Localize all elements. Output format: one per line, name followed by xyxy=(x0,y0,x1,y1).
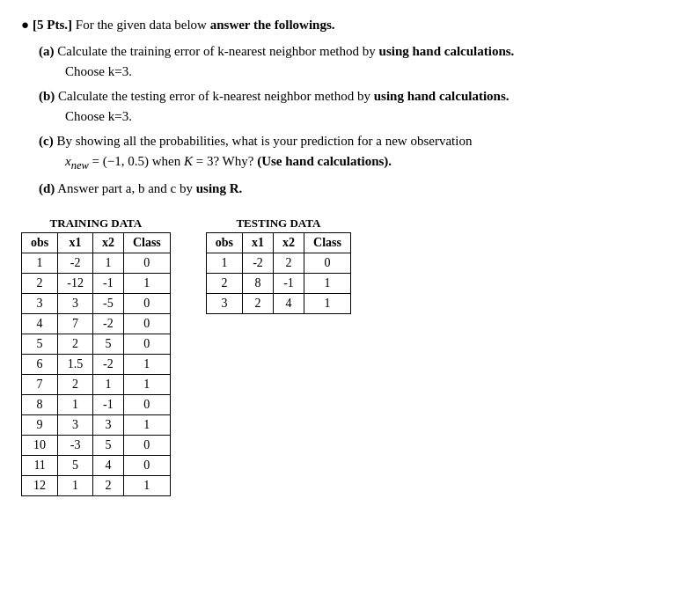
question-intro: [5 Pts.] For the given data below answer… xyxy=(33,18,334,33)
training-col-x2: x2 xyxy=(92,232,123,253)
testing-col-obs: obs xyxy=(206,232,242,253)
part-b: (b) Calculate the testing error of k-nea… xyxy=(39,86,661,126)
testing-table-wrapper: TESTING DATA obs x1 x2 Class 1-22028-113… xyxy=(206,216,351,314)
table-row: 81-10 xyxy=(22,394,171,414)
tables-row: TRAINING DATA obs x1 x2 Class 1-2102-12-… xyxy=(21,216,661,496)
part-b-label: (b) xyxy=(39,89,55,103)
table-row: 33-50 xyxy=(22,293,171,313)
table-row: 9331 xyxy=(22,414,171,435)
training-table: obs x1 x2 Class 1-2102-12-1133-5047-2052… xyxy=(21,232,171,496)
training-col-obs: obs xyxy=(22,232,58,253)
table-row: 61.5-21 xyxy=(22,354,171,374)
table-row: 47-20 xyxy=(22,313,171,334)
table-row: 2-12-11 xyxy=(22,273,171,293)
part-a: (a) Calculate the training error of k-ne… xyxy=(39,41,661,81)
training-col-class: Class xyxy=(123,232,170,253)
intro-bold: answer the followings. xyxy=(210,18,335,32)
part-d-text: Answer part a, b and c by using R. xyxy=(57,181,242,195)
table-row: 3241 xyxy=(206,293,350,313)
part-c: (c) By showing all the probabilities, wh… xyxy=(39,131,661,173)
part-a-text: Calculate the training error of k-neares… xyxy=(57,44,514,58)
question-container: ● [5 Pts.] For the given data below answ… xyxy=(21,18,661,496)
part-a-label: (a) xyxy=(39,44,55,58)
testing-table: obs x1 x2 Class 1-22028-113241 xyxy=(206,232,351,314)
testing-header-row: obs x1 x2 Class xyxy=(206,232,350,253)
training-col-x1: x1 xyxy=(58,232,93,253)
part-b-continuation: Choose k=3. xyxy=(65,109,132,123)
intro-text: For the given data below answer the foll… xyxy=(76,18,335,32)
table-row: 12121 xyxy=(22,475,171,495)
question-header: ● [5 Pts.] For the given data below answ… xyxy=(21,18,661,33)
part-c-math: xnew = (−1, 0.5) when K = 3? Why? (Use h… xyxy=(65,154,392,168)
table-row: 10-350 xyxy=(22,435,171,455)
table-row: 28-11 xyxy=(206,273,350,293)
bullet-point: ● xyxy=(21,18,29,33)
table-row: 5250 xyxy=(22,334,171,354)
part-b-text: Calculate the testing error of k-nearest… xyxy=(58,89,509,103)
part-c-text: By showing all the probabilities, what i… xyxy=(56,134,472,148)
table-row: 1-220 xyxy=(206,253,350,273)
part-d: (d) Answer part a, b and c by using R. xyxy=(39,179,661,199)
table-row: 11540 xyxy=(22,455,171,475)
training-table-wrapper: TRAINING DATA obs x1 x2 Class 1-2102-12-… xyxy=(21,216,171,496)
table-row: 1-210 xyxy=(22,253,171,273)
part-a-continuation: Choose k=3. xyxy=(65,64,132,78)
table-row: 7211 xyxy=(22,374,171,394)
testing-caption: TESTING DATA xyxy=(236,216,320,231)
training-caption: TRAINING DATA xyxy=(50,216,143,231)
points-label: [5 Pts.] xyxy=(33,18,72,32)
parts-container: (a) Calculate the training error of k-ne… xyxy=(39,41,661,199)
part-c-label: (c) xyxy=(39,134,54,148)
training-header-row: obs x1 x2 Class xyxy=(22,232,171,253)
testing-col-x1: x1 xyxy=(243,232,274,253)
part-d-label: (d) xyxy=(39,181,55,195)
testing-col-class: Class xyxy=(304,232,351,253)
testing-col-x2: x2 xyxy=(274,232,304,253)
